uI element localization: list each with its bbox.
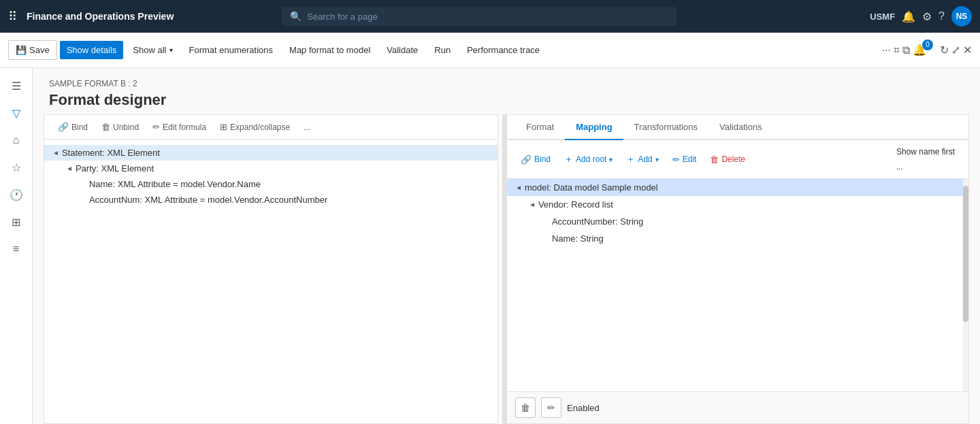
sidebar-filter-icon[interactable]: ▽ [4,101,29,125]
unbind-icon: 🗑 [101,122,110,132]
mapping-panel: Format Mapping Transformations Validatio… [506,114,969,424]
show-all-button[interactable]: Show all ▾ [126,41,179,59]
tab-validations[interactable]: Validations [708,115,773,140]
footer-delete-icon: 🗑 [521,402,530,413]
search-box[interactable]: 🔍 [282,7,676,26]
add-icon: ＋ [626,153,635,165]
sidebar-home-icon[interactable]: ⌂ [4,128,29,152]
edit-formula-icon: ✏ [152,122,160,132]
collapse-spacer: ◄ [80,196,86,203]
chevron-down-icon: ▾ [169,46,173,54]
tree-item[interactable]: ◄ Statement: XML Element [44,145,497,161]
format-toolbar: 🔗 Bind 🗑 Unbind ✏ Edit formula ⊞ Expand/… [44,115,497,140]
sidebar-modules-icon[interactable]: ≡ [4,237,29,261]
collapse-icon[interactable]: ◄ [515,184,522,191]
delete-button[interactable]: 🗑 Delete [704,152,751,167]
mapping-bind-icon: 🔗 [521,154,532,165]
format-tree: ◄ Statement: XML Element ◄ Party: XML El… [44,140,497,423]
collapse-spacer: ◄ [80,180,86,188]
footer-edit-icon: ✏ [547,402,555,413]
add-button[interactable]: ＋ Add ▾ [621,150,664,168]
toolbar-connect-icon[interactable]: ⌗ [894,44,900,56]
left-sidebar: ☰ ▽ ⌂ ☆ 🕐 ⊞ ≡ [0,68,33,424]
avatar[interactable]: NS [951,6,972,27]
page-header: SAMPLE FORMAT B : 2 Format designer [33,68,980,114]
sidebar-recent-icon[interactable]: 🕐 [4,182,29,207]
breadcrumb: SAMPLE FORMAT B : 2 [49,79,964,88]
mapping-tree-item[interactable]: ◄ model: Data model Sample model [507,179,968,196]
tab-mapping[interactable]: Mapping [565,115,623,140]
help-icon[interactable]: ? [938,10,945,22]
toolbar-close-icon[interactable]: ✕ [963,44,972,56]
notification-icon[interactable]: 🔔 [902,10,915,23]
toolbar-more-icon[interactable]: ··· [882,44,891,56]
tree-item[interactable]: ◄ Name: XML Attribute = model.Vendor.Nam… [44,176,497,192]
collapse-icon[interactable]: ◄ [52,149,59,157]
save-icon: 💾 [16,45,27,55]
tree-item[interactable]: ◄ Party: XML Element [44,161,497,176]
toolbar-detach-icon[interactable]: ⤢ [951,44,960,56]
add-root-icon: ＋ [564,153,573,165]
add-root-chevron-icon: ▾ [609,156,612,163]
content-area: SAMPLE FORMAT B : 2 Format designer 🔗 Bi… [33,68,980,424]
show-details-button[interactable]: Show details [60,41,124,59]
search-input[interactable] [307,12,668,22]
mapping-footer: 🗑 ✏ Enabled [507,391,968,423]
show-name-first-button[interactable]: Show name first [891,144,960,159]
region-label: USMF [870,12,895,22]
format-panel: 🔗 Bind 🗑 Unbind ✏ Edit formula ⊞ Expand/… [44,114,498,424]
sidebar-workspaces-icon[interactable]: ⊞ [4,210,29,234]
performance-trace-button[interactable]: Performance trace [460,41,546,59]
toolbar-refresh-icon[interactable]: ↻ [940,44,949,56]
validate-button[interactable]: Validate [380,41,425,59]
footer-status: Enabled [567,403,600,413]
sidebar-favorites-icon[interactable]: ☆ [4,155,29,180]
settings-icon[interactable]: ⚙ [922,10,932,23]
collapse-icon[interactable]: ◄ [529,201,536,208]
unbind-button[interactable]: 🗑 Unbind [96,119,144,135]
save-button[interactable]: 💾 Save [8,40,57,60]
app-grid-icon[interactable]: ⠿ [8,9,17,24]
footer-delete-button[interactable]: 🗑 [515,397,536,418]
top-navigation: ⠿ Finance and Operations Preview 🔍 USMF … [0,0,980,33]
mapping-tree-item[interactable]: ◄ AccountNumber: String [507,213,968,230]
page-title: Format designer [49,91,964,109]
add-root-button[interactable]: ＋ Add root ▾ [559,150,618,168]
mapping-tree: ◄ model: Data model Sample model ◄ Vendo… [507,179,968,391]
toolbar-expand-icon[interactable]: ⧉ [902,44,910,56]
edit-button[interactable]: ✏ Edit [667,152,702,167]
collapse-spacer: ◄ [542,235,549,242]
tab-format[interactable]: Format [515,115,565,140]
notification-badge: 0 [922,39,933,50]
footer-edit-button[interactable]: ✏ [541,397,561,418]
collapse-spacer: ◄ [542,218,549,225]
mapping-tree-item[interactable]: ◄ Vendor: Record list [507,196,968,213]
sidebar-menu-icon[interactable]: ☰ [4,74,29,98]
run-button[interactable]: Run [427,41,457,59]
mapping-toolbar: 🔗 Bind ＋ Add root ▾ ＋ Add ▾ ✏ [507,140,968,179]
mapping-tree-item[interactable]: ◄ Name: String [507,230,968,247]
edit-formula-button[interactable]: ✏ Edit formula [147,119,212,135]
add-chevron-icon: ▾ [655,156,659,163]
edit-icon: ✏ [672,154,680,165]
scrollbar-thumb [963,186,968,322]
map-format-to-model-button[interactable]: Map format to model [282,41,377,59]
mapping-toolbar-right: Show name first ... [891,144,960,174]
bind-button[interactable]: 🔗 Bind [52,119,93,135]
mapping-more-button[interactable]: ... [891,159,909,174]
main-content: ☰ ▽ ⌂ ☆ 🕐 ⊞ ≡ SAMPLE FORMAT B : 2 Format… [0,68,980,424]
expand-icon: ⊞ [220,122,227,132]
collapse-icon[interactable]: ◄ [66,165,73,172]
tree-item[interactable]: ◄ AccountNum: XML Attribute = model.Vend… [44,192,497,208]
delete-icon: 🗑 [710,154,719,165]
app-title: Finance and Operations Preview [27,11,174,22]
tab-bar: Format Mapping Transformations Validatio… [507,115,968,140]
format-enumerations-button[interactable]: Format enumerations [182,41,280,59]
scrollbar-track [963,179,968,391]
format-more-button[interactable]: ... [298,120,316,135]
toolbar-right-icons: ··· ⌗ ⧉ 🔔 0 ↻ ⤢ ✕ [882,44,972,56]
tab-transformations[interactable]: Transformations [623,115,708,140]
search-icon: 🔍 [290,11,301,22]
expand-collapse-button[interactable]: ⊞ Expand/collapse [214,119,295,135]
mapping-bind-button[interactable]: 🔗 Bind [515,152,556,167]
